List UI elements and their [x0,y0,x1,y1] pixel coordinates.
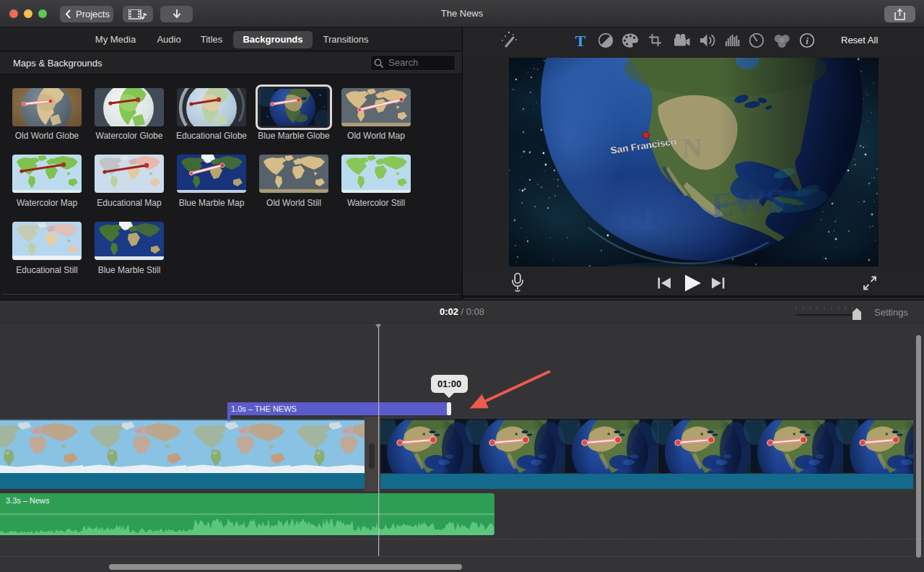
svg-text:N: N [682,133,702,163]
svg-text:HE: HE [623,196,671,233]
svg-text:EWS: EWS [710,181,786,223]
svg-text:T: T [575,32,586,50]
svg-text:i: i [806,35,808,46]
